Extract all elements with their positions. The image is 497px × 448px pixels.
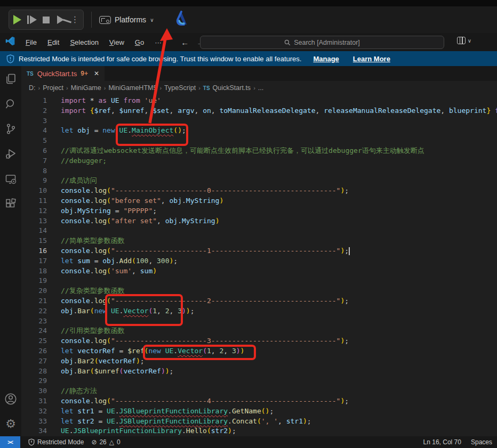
line-number[interactable]: 29	[21, 376, 61, 386]
line-number[interactable]: 10	[21, 186, 61, 196]
code-text[interactable]: //静态方法	[61, 386, 97, 396]
back-icon[interactable]: ←	[181, 38, 189, 47]
step-button[interactable]	[25, 11, 39, 28]
code-text[interactable]: let str2 = UE.JSBlueprintFunctionLibrary…	[61, 417, 311, 427]
remote-indicator[interactable]: ><	[0, 436, 20, 448]
problems-status[interactable]: ⊘ 26 △ 0	[87, 436, 124, 448]
line-number[interactable]: 17	[21, 256, 61, 266]
line-number[interactable]: 30	[21, 386, 61, 396]
code-text[interactable]: //debugger;	[61, 156, 107, 166]
line-number[interactable]: 3	[21, 116, 61, 126]
line-number[interactable]: 7	[21, 156, 61, 166]
line-number[interactable]: 14	[21, 226, 61, 236]
breadcrumb-typescript[interactable]: TypeScript	[164, 84, 196, 92]
accounts-icon[interactable]	[0, 386, 21, 411]
code-text[interactable]: let vectorRef = $ref(new UE.Vector(1, 2,…	[61, 346, 244, 356]
remote-explorer-icon[interactable]	[0, 166, 21, 191]
extensions-icon[interactable]	[0, 191, 21, 216]
line-number[interactable]: 12	[21, 206, 61, 216]
line-number[interactable]: 8	[21, 166, 61, 176]
play-from-here-button[interactable]	[53, 11, 68, 28]
line-number[interactable]: 26	[21, 346, 61, 356]
menu-file[interactable]: File	[21, 37, 41, 48]
code-editor[interactable]: 1import * as UE from 'ue'2import {$ref, …	[21, 95, 497, 436]
cursor-position-status[interactable]: Ln 16, Col 70	[419, 436, 466, 448]
line-number[interactable]: 1	[21, 96, 61, 106]
code-text[interactable]: import * as UE from 'ue'	[61, 96, 161, 106]
app-logo-icon[interactable]	[174, 10, 189, 29]
code-text[interactable]: let str1 = UE.JSBlueprintFunctionLibrary…	[61, 406, 274, 417]
code-text[interactable]: //调试器通过websocket发送断点信息，可能断点生效前脚本已经执行完备，可…	[61, 146, 424, 156]
close-icon[interactable]: ✕	[94, 70, 99, 77]
layout-controls[interactable]: ∨	[457, 37, 471, 44]
code-text[interactable]: console.log("----------------------4----…	[61, 396, 349, 406]
code-text[interactable]: UE.JSBlueprintFunctionLibrary.Hello(str2…	[61, 426, 236, 436]
line-number[interactable]: 6	[21, 146, 61, 156]
code-text[interactable]: console.log("----------------------0----…	[61, 186, 349, 196]
menu-view[interactable]: View	[105, 37, 129, 48]
code-text[interactable]: console.log("----------------------2----…	[61, 296, 349, 306]
line-number[interactable]: 16	[21, 246, 61, 256]
line-number[interactable]: 20	[21, 286, 61, 296]
code-text[interactable]: console.log("before set", obj.MyString)	[61, 196, 223, 206]
restricted-mode-status[interactable]: Restricted Mode	[25, 436, 87, 448]
code-text[interactable]: obj.Bar(new UE.Vector(1, 2, 3));	[61, 306, 195, 316]
code-text[interactable]: console.log("after set", obj.MyString)	[61, 216, 219, 226]
breadcrumb-drive[interactable]: D:	[29, 84, 36, 92]
stop-button[interactable]	[39, 11, 53, 28]
line-number[interactable]: 33	[21, 417, 61, 427]
breadcrumb-symbol[interactable]: ...	[258, 84, 263, 92]
line-number[interactable]: 13	[21, 216, 61, 226]
line-number[interactable]: 11	[21, 196, 61, 206]
code-text[interactable]: obj.Bar2(vectorRef);	[61, 356, 145, 366]
line-number[interactable]: 9	[21, 176, 61, 186]
code-text[interactable]: //引用类型参数函数	[61, 326, 125, 336]
breadcrumb-minigamehtm5[interactable]: MiniGameHTM5	[108, 84, 157, 92]
line-number[interactable]: 32	[21, 406, 61, 417]
breadcrumb-file[interactable]: QuickStart.ts	[213, 84, 251, 92]
line-number[interactable]: 34	[21, 426, 61, 436]
line-number[interactable]: 15	[21, 236, 61, 246]
search-icon[interactable]	[0, 91, 21, 116]
code-text[interactable]: //复杂类型参数函数	[61, 286, 125, 296]
indentation-status[interactable]: Spaces	[466, 436, 497, 448]
line-number[interactable]: 22	[21, 306, 61, 316]
settings-gear-icon[interactable]: ⚙	[0, 411, 21, 436]
code-text[interactable]: console.log('sum', sum)	[61, 266, 157, 276]
source-control-icon[interactable]	[0, 116, 21, 141]
code-text[interactable]: obj.MyString = "PPPPP";	[61, 206, 157, 216]
line-number[interactable]: 19	[21, 276, 61, 286]
code-text[interactable]: let sum = obj.Add(100, 300);	[61, 256, 178, 266]
line-number[interactable]: 4	[21, 126, 61, 136]
learn-more-link[interactable]: Learn More	[353, 55, 390, 63]
play-button[interactable]	[10, 11, 25, 28]
code-text[interactable]: let obj = new UE.MainObject();	[61, 126, 186, 136]
menu-go[interactable]: Go	[131, 37, 148, 48]
code-text[interactable]: console.log("----------------------3----…	[61, 336, 349, 346]
code-text[interactable]: console.log("----------------------1----…	[61, 246, 350, 256]
platforms-dropdown[interactable]: Platforms ∨	[99, 15, 154, 24]
line-number[interactable]: 28	[21, 366, 61, 377]
more-play-options-button[interactable]: ⋮	[68, 11, 82, 28]
line-number[interactable]: 2	[21, 106, 61, 116]
line-number[interactable]: 18	[21, 266, 61, 276]
breadcrumb-project[interactable]: Project	[43, 84, 63, 92]
code-text[interactable]: //成员访问	[61, 176, 97, 186]
line-number[interactable]: 21	[21, 296, 61, 306]
menu-more[interactable]: ···	[150, 37, 166, 48]
line-number[interactable]: 5	[21, 136, 61, 146]
code-text[interactable]: //简单类型参数函数	[61, 236, 125, 246]
line-number[interactable]: 23	[21, 316, 61, 327]
line-number[interactable]: 24	[21, 326, 61, 336]
breadcrumb-minigame[interactable]: MiniGame	[71, 84, 101, 92]
code-text[interactable]: import {$ref, $unref, $set, argv, on, to…	[61, 106, 497, 116]
line-number[interactable]: 31	[21, 396, 61, 406]
command-center-search[interactable]: Search [Administrator]	[200, 36, 444, 49]
run-and-debug-icon[interactable]	[0, 141, 21, 166]
menu-edit[interactable]: Edit	[43, 37, 63, 48]
tab-quickstart[interactable]: TS QuickStart.ts 9+ ✕	[21, 66, 105, 81]
menu-selection[interactable]: Selection	[66, 37, 102, 48]
code-text[interactable]: obj.Bar($unref(vectorRef));	[61, 366, 173, 377]
line-number[interactable]: 25	[21, 336, 61, 346]
explorer-icon[interactable]	[0, 66, 21, 91]
